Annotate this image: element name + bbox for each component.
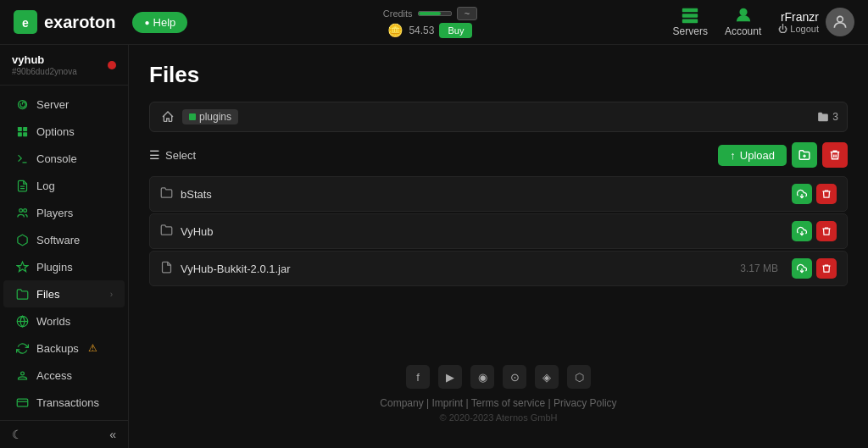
servers-label: Servers <box>673 25 708 37</box>
upload-icon: ↑ <box>730 149 736 162</box>
folder-dot <box>189 113 196 120</box>
access-icon <box>15 368 29 382</box>
help-button[interactable]: Help <box>132 12 187 33</box>
account-nav-item[interactable]: Account <box>725 7 761 37</box>
new-folder-button[interactable] <box>792 142 817 168</box>
file-row[interactable]: bStats <box>149 176 848 212</box>
files-arrow-icon: › <box>110 290 113 299</box>
buy-button[interactable]: Buy <box>439 23 472 38</box>
topnav: e exaroton Help Credits ~ 🪙 54.53 Buy <box>0 0 868 45</box>
files-icon <box>15 287 29 301</box>
privacy-link[interactable]: Privacy Policy <box>554 397 617 409</box>
sidebar-item-players[interactable]: Players <box>3 199 125 226</box>
terminal-icon <box>15 152 29 165</box>
svg-rect-4 <box>682 19 698 24</box>
page-title: Files <box>149 62 848 88</box>
delete-button[interactable] <box>822 142 848 168</box>
file-row[interactable]: VyHub-Bukkit-2.0.1.jar 3.17 MB <box>149 251 848 286</box>
file-actions <box>792 258 837 279</box>
delete-file-button[interactable] <box>816 184 837 204</box>
plugins-icon <box>15 260 29 274</box>
terms-link[interactable]: Terms of service <box>471 397 545 409</box>
players-icon <box>15 206 29 219</box>
sidebar-item-server[interactable]: Server <box>3 91 125 118</box>
files-label: Files <box>36 288 59 301</box>
social-icon-4[interactable]: ⊙ <box>503 365 526 389</box>
youtube-icon[interactable]: ▶ <box>438 365 462 389</box>
server-id: #90b6dud2ynova <box>12 67 77 76</box>
discord-icon[interactable]: ◈ <box>535 365 559 389</box>
sidebar-item-files[interactable]: Files › <box>3 280 125 307</box>
svg-rect-10 <box>17 132 21 136</box>
access-label: Access <box>36 369 72 382</box>
instagram-icon[interactable]: ◉ <box>470 365 494 389</box>
breadcrumb-folder[interactable]: plugins <box>182 109 238 124</box>
sidebar-item-worlds[interactable]: Worlds <box>3 307 125 335</box>
logo-icon: e <box>14 10 37 34</box>
options-label: Options <box>36 125 75 138</box>
svg-point-19 <box>20 372 24 375</box>
logout-link[interactable]: ⏻ Logout <box>778 24 819 34</box>
credits-label: Credits <box>383 8 413 19</box>
breadcrumb-home[interactable] <box>159 108 177 126</box>
username: rFranzr <box>781 10 819 24</box>
github-icon[interactable]: ⬡ <box>567 365 591 389</box>
select-button[interactable]: ☰ Select <box>149 148 196 162</box>
social-icons: f ▶ ◉ ⊙ ◈ ⬡ <box>149 365 848 389</box>
imprint-link[interactable]: Imprint <box>432 397 464 409</box>
upload-button[interactable]: ↑ Upload <box>718 145 787 166</box>
sidebar-item-access[interactable]: Access <box>3 362 125 389</box>
svg-point-5 <box>740 9 746 15</box>
file-row[interactable]: VyHub <box>149 213 848 249</box>
worlds-label: Worlds <box>36 315 70 328</box>
sidebar-collapse-icon[interactable]: « <box>109 428 116 441</box>
topnav-right: Servers Account rFranzr ⏻ Logout <box>673 7 854 37</box>
backups-label: Backups <box>36 342 79 355</box>
delete-file-button[interactable] <box>816 258 837 279</box>
footer-copyright: © 2020-2023 Aternos GmbH <box>149 412 848 423</box>
footer: f ▶ ◉ ⊙ ◈ ⬡ Company | Imprint | Terms of… <box>149 348 848 431</box>
sidebar-item-transactions[interactable]: Transactions <box>3 389 125 416</box>
facebook-icon[interactable]: f <box>406 365 430 389</box>
credits-bar-fill <box>419 12 442 15</box>
download-button[interactable] <box>792 258 812 279</box>
account-icon <box>732 7 755 24</box>
download-button[interactable] <box>792 221 812 241</box>
server-label-text: Server <box>36 98 69 111</box>
console-label: Console <box>36 152 77 165</box>
players-label: Players <box>36 207 73 219</box>
sidebar-item-software[interactable]: Software <box>3 226 125 253</box>
toolbar-right: ↑ Upload <box>718 142 848 168</box>
file-doc-icon <box>160 261 174 276</box>
transactions-icon <box>15 395 29 409</box>
folder-icon <box>160 186 174 202</box>
sidebar-item-log[interactable]: Log <box>3 172 125 199</box>
account-label: Account <box>725 25 761 37</box>
content-area: Files plugins 3 ☰ Select ↑ <box>129 45 868 448</box>
plugins-label: Plugins <box>36 261 73 274</box>
sidebar-item-options[interactable]: Options <box>3 118 125 145</box>
theme-toggle-icon[interactable]: ☾ <box>12 428 23 441</box>
sidebar-item-plugins[interactable]: Plugins <box>3 253 125 280</box>
credits-bar <box>418 11 452 16</box>
svg-rect-9 <box>23 126 27 130</box>
backups-warning-icon: ⚠ <box>88 342 97 354</box>
credits-used: ~ <box>457 7 477 20</box>
delete-file-button[interactable] <box>816 221 837 241</box>
log-icon <box>15 179 29 192</box>
transactions-label: Transactions <box>36 396 99 409</box>
select-lines-icon: ☰ <box>149 148 160 162</box>
breadcrumb: plugins 3 <box>149 102 848 132</box>
download-button[interactable] <box>792 184 812 204</box>
servers-nav-item[interactable]: Servers <box>673 7 708 37</box>
credits-amount: 🪙 54.53 Buy <box>387 23 472 38</box>
logo-area: e exaroton <box>14 10 115 34</box>
sidebar-item-console[interactable]: Console <box>3 145 125 172</box>
sidebar-bottom: ☾ « <box>0 420 128 448</box>
software-label: Software <box>36 234 80 246</box>
sidebar-item-backups[interactable]: Backups ⚠ <box>3 335 125 362</box>
file-size: 3.17 MB <box>740 263 778 274</box>
file-actions <box>792 221 837 241</box>
company-link[interactable]: Company <box>380 397 423 409</box>
footer-links: Company | Imprint | Terms of service | P… <box>149 397 848 409</box>
